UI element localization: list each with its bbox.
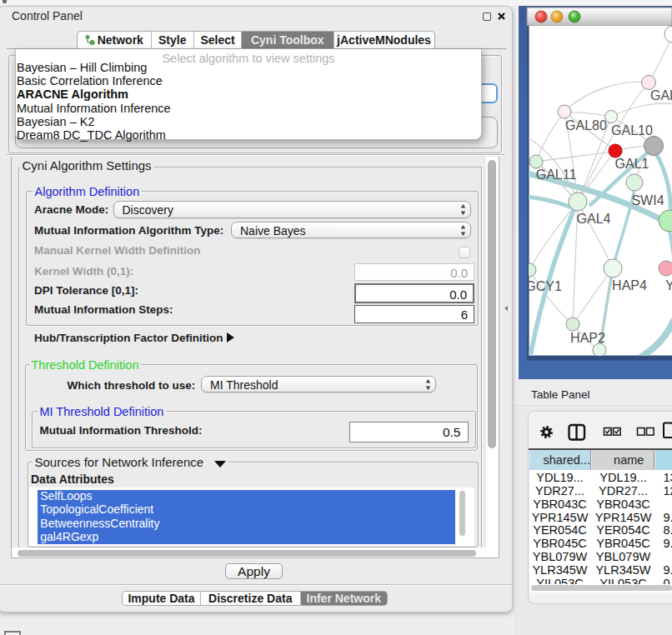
svg-text:GCY1: GCY1 [525, 279, 562, 293]
svg-text:GAL11: GAL11 [536, 168, 577, 182]
svg-text:Y: Y [665, 278, 672, 292]
svg-text:HAP2: HAP2 [570, 331, 605, 345]
svg-text:GAL80: GAL80 [565, 118, 607, 132]
svg-text:GAL4: GAL4 [577, 212, 611, 226]
svg-text:HAP4: HAP4 [612, 278, 647, 292]
svg-text:GAL1: GAL1 [615, 157, 649, 171]
svg-text:SWI4: SWI4 [631, 193, 664, 208]
svg-text:GAL7: GAL7 [650, 88, 672, 102]
svg-text:GAL10: GAL10 [611, 123, 653, 138]
